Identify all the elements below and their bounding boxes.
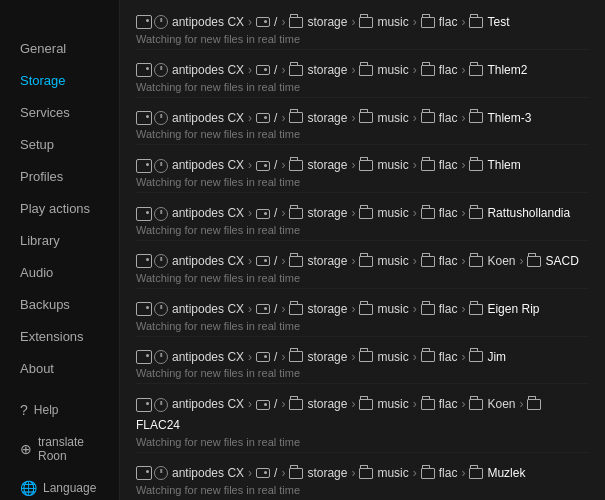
path-separator: ›	[413, 301, 417, 318]
path-segment: antipodes CX	[172, 62, 244, 79]
folder-icon-group	[289, 399, 303, 410]
folder-icon-group	[469, 304, 483, 315]
sidebar-item-translate[interactable]: ⊕ translate Roon	[4, 427, 115, 471]
sidebar-item-audio[interactable]: Audio	[4, 257, 115, 288]
sidebar-item-backups[interactable]: Backups	[4, 289, 115, 320]
path-segment: antipodes CX	[172, 301, 244, 318]
folder-icon-group	[469, 256, 483, 267]
sidebar-item-services[interactable]: Services	[4, 97, 115, 128]
path-separator: ›	[351, 110, 355, 127]
path-segment: storage	[307, 465, 347, 482]
path-separator: ›	[248, 14, 252, 31]
folder-icon-group	[421, 17, 435, 28]
storage-item: antipodes CX›/›storage›music›flac›Koen›F…	[136, 390, 589, 455]
sidebar-item-help[interactable]: ? Help	[4, 394, 115, 426]
path-segment: /	[274, 396, 277, 413]
folder-icon-group	[469, 112, 483, 123]
path-separator: ›	[281, 301, 285, 318]
folder-icon-group	[469, 65, 483, 76]
path-segment: /	[274, 349, 277, 366]
folder-icon-group	[359, 65, 373, 76]
path-separator: ›	[461, 465, 465, 482]
path-separator: ›	[351, 253, 355, 270]
hdd-icon	[256, 352, 270, 362]
folder-icon	[359, 304, 373, 315]
sidebar-item-library[interactable]: Library	[4, 225, 115, 256]
storage-path: antipodes CX›/›storage›music›flac›Rattus…	[136, 205, 589, 222]
path-segment: music	[377, 396, 408, 413]
storage-path: antipodes CX›/›storage›music›flac›Koen›F…	[136, 396, 589, 434]
sidebar-item-play-actions[interactable]: Play actions	[4, 193, 115, 224]
path-separator: ›	[461, 396, 465, 413]
sidebar-item-profiles[interactable]: Profiles	[4, 161, 115, 192]
hdd-icon	[256, 468, 270, 478]
path-segment: storage	[307, 62, 347, 79]
folder-icon	[469, 468, 483, 479]
hdd-icon-group	[256, 352, 270, 362]
path-separator: ›	[461, 301, 465, 318]
path-segment: antipodes CX	[172, 205, 244, 222]
folder-icon	[469, 65, 483, 76]
folder-icon-group	[421, 160, 435, 171]
storage-item: antipodes CX›/›storage›music›flac›Thlem-…	[136, 104, 589, 148]
hdd-icon	[256, 17, 270, 27]
storage-path: antipodes CX›/›storage›music›flac›Muzlek	[136, 465, 589, 482]
path-separator: ›	[461, 253, 465, 270]
path-segment: music	[377, 14, 408, 31]
path-separator: ›	[461, 157, 465, 174]
icon-group	[136, 63, 168, 77]
folder-icon	[421, 112, 435, 123]
watch-icon	[154, 254, 168, 268]
folder-icon-group	[527, 399, 541, 410]
path-segment: music	[377, 349, 408, 366]
folder-icon	[421, 468, 435, 479]
folder-icon	[289, 399, 303, 410]
sidebar-item-extensions[interactable]: Extensions	[4, 321, 115, 352]
path-separator: ›	[351, 62, 355, 79]
path-segment: FLAC24	[136, 417, 180, 434]
path-separator: ›	[351, 205, 355, 222]
translate-icon: ⊕	[20, 441, 32, 457]
sidebar-item-language[interactable]: 🌐 Language	[4, 472, 115, 500]
folder-icon	[289, 17, 303, 28]
folder-icon-group	[289, 65, 303, 76]
language-icon: 🌐	[20, 480, 37, 496]
path-segment: storage	[307, 349, 347, 366]
folder-icon-group	[421, 351, 435, 362]
folder-icon	[421, 65, 435, 76]
path-separator: ›	[461, 205, 465, 222]
path-segment: antipodes CX	[172, 349, 244, 366]
icon-group	[136, 398, 168, 412]
path-segment: flac	[439, 465, 458, 482]
path-separator: ›	[281, 157, 285, 174]
server-icon	[136, 159, 152, 173]
storage-item: antipodes CX›/›storage›music›flac›ThlemW…	[136, 151, 589, 195]
watch-icon	[154, 111, 168, 125]
folder-icon-group	[421, 399, 435, 410]
sidebar-item-about[interactable]: About	[4, 353, 115, 384]
path-segment: Test	[487, 14, 509, 31]
path-segment: Eigen Rip	[487, 301, 539, 318]
folder-icon	[421, 256, 435, 267]
folder-icon	[359, 65, 373, 76]
path-segment: antipodes CX	[172, 253, 244, 270]
sidebar-item-setup[interactable]: Setup	[4, 129, 115, 160]
path-segment: storage	[307, 157, 347, 174]
storage-path: antipodes CX›/›storage›music›flac›Test	[136, 14, 589, 31]
storage-watch-status: Watching for new files in real time	[136, 81, 589, 98]
path-separator: ›	[248, 465, 252, 482]
folder-icon	[527, 256, 541, 267]
folder-icon-group	[289, 351, 303, 362]
server-icon	[136, 398, 152, 412]
storage-watch-status: Watching for new files in real time	[136, 33, 589, 50]
path-separator: ›	[351, 349, 355, 366]
path-segment: Koen	[487, 253, 515, 270]
path-segment: Thlem2	[487, 62, 527, 79]
sidebar-item-general[interactable]: General	[4, 33, 115, 64]
folder-icon-group	[421, 304, 435, 315]
folder-icon	[359, 208, 373, 219]
hdd-icon-group	[256, 65, 270, 75]
folder-icon-group	[359, 112, 373, 123]
sidebar-item-storage[interactable]: Storage	[4, 65, 115, 96]
watch-icon	[154, 159, 168, 173]
